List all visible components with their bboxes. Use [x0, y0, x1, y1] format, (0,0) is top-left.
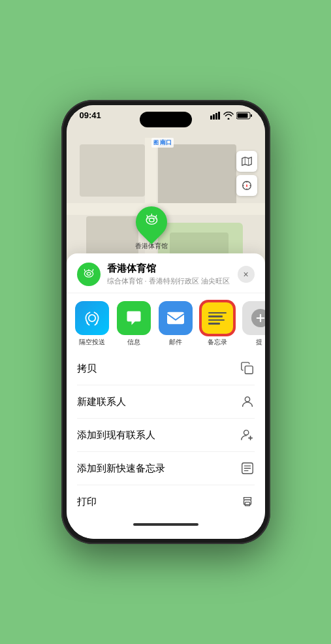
svg-rect-3 [218, 112, 220, 120]
action-add-existing-label: 添加到现有联系人 [77, 429, 155, 442]
copy-icon [240, 361, 255, 376]
svg-rect-13 [167, 312, 184, 325]
svg-rect-6 [237, 113, 247, 118]
home-indicator [133, 523, 198, 526]
share-item-messages[interactable]: 信息 [115, 301, 153, 347]
svg-point-11 [87, 272, 91, 275]
action-copy-label: 拷贝 [77, 362, 97, 375]
location-name: 香港体育馆 [107, 263, 238, 275]
marker-icon-bg [129, 200, 174, 244]
map-controls [236, 151, 257, 196]
map-icon [241, 155, 253, 167]
mail-icon [159, 301, 193, 335]
notes-line [208, 312, 227, 314]
action-print-label: 打印 [77, 496, 97, 508]
mail-label: 邮件 [169, 338, 182, 347]
add-contact-icon [240, 428, 255, 442]
svg-point-10 [84, 270, 93, 277]
svg-point-12 [88, 315, 95, 322]
notes-label: 备忘录 [208, 338, 227, 347]
location-button[interactable] [236, 175, 257, 196]
action-print[interactable]: 打印 [77, 485, 255, 518]
notes-line [208, 319, 225, 321]
svg-rect-14 [245, 366, 253, 374]
share-item-more[interactable]: 提 [240, 301, 265, 347]
share-item-notes[interactable]: 备忘录 [198, 301, 236, 347]
new-contact-icon [240, 394, 255, 409]
notes-line [208, 315, 223, 317]
close-button[interactable]: × [238, 266, 255, 283]
location-subtitle: 综合体育馆 · 香港特别行政区 油尖旺区 [107, 276, 238, 286]
battery-icon [236, 112, 252, 120]
location-header: 香港体育馆 综合体育馆 · 香港特别行政区 油尖旺区 × [67, 253, 265, 293]
messages-svg [125, 309, 143, 327]
location-icon-bg [77, 263, 101, 286]
venue-icon [82, 268, 95, 281]
share-row: 隔空投送 信息 [67, 293, 265, 352]
signal-icon [210, 112, 221, 120]
status-time: 09:41 [80, 110, 101, 120]
map-label-nankou: 图 南口 [151, 138, 174, 148]
status-icons [210, 112, 252, 120]
print-icon [240, 494, 255, 509]
more-circle [251, 309, 265, 327]
map-block [86, 216, 138, 255]
bottom-sheet: 香港体育馆 综合体育馆 · 香港特别行政区 油尖旺区 × [67, 253, 265, 539]
map-view-toggle[interactable] [236, 151, 257, 172]
svg-rect-19 [245, 502, 249, 506]
messages-icon [117, 301, 151, 335]
more-icon [242, 301, 265, 335]
svg-rect-1 [213, 114, 215, 120]
more-label: 提 [256, 338, 262, 347]
action-add-existing-contact[interactable]: 添加到现有联系人 [77, 419, 255, 452]
phone-screen: 09:41 [67, 105, 265, 539]
svg-rect-0 [210, 116, 212, 120]
action-new-contact[interactable]: 新建联系人 [77, 385, 255, 419]
notes-icon [200, 301, 234, 335]
stadium-icon [144, 214, 159, 231]
svg-rect-2 [215, 113, 217, 120]
action-copy[interactable]: 拷贝 [77, 352, 255, 385]
svg-point-16 [244, 430, 248, 435]
map-block [80, 144, 145, 197]
share-item-airdrop[interactable]: 隔空投送 [73, 301, 111, 347]
airdrop-icon [75, 301, 109, 335]
phone-frame: 09:41 [61, 100, 270, 544]
stadium-marker[interactable]: 香港体育馆 [135, 206, 168, 251]
dynamic-island [140, 112, 192, 127]
mail-svg [166, 310, 185, 327]
share-item-mail[interactable]: 邮件 [157, 301, 195, 347]
messages-label: 信息 [127, 338, 140, 347]
more-svg [256, 314, 265, 323]
location-info: 香港体育馆 综合体育馆 · 香港特别行政区 油尖旺区 [107, 263, 238, 286]
svg-point-15 [245, 397, 249, 402]
airdrop-svg [83, 309, 101, 327]
stadium-svg-icon [144, 214, 159, 228]
action-quick-note-label: 添加到新快速备忘录 [77, 462, 165, 475]
action-list: 拷贝 新建联系人 添加到现有联系人 [67, 352, 265, 518]
notes-lines [205, 308, 230, 329]
action-new-contact-label: 新建联系人 [77, 396, 126, 408]
svg-point-9 [149, 218, 153, 222]
notes-line [208, 323, 220, 325]
quick-note-icon [240, 461, 255, 475]
compass-icon [241, 180, 253, 191]
map-block [158, 144, 236, 210]
svg-rect-5 [251, 114, 252, 117]
airdrop-label: 隔空投送 [79, 338, 105, 347]
wifi-icon [223, 112, 234, 120]
action-add-quick-note[interactable]: 添加到新快速备忘录 [77, 452, 255, 485]
